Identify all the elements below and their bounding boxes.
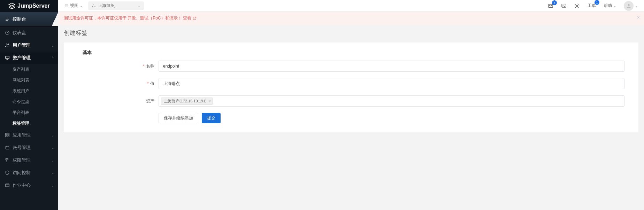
label-asset: 资产 [78, 98, 159, 104]
label-value: * 值 [78, 81, 159, 87]
chevron-down-icon: ⌄ [51, 158, 54, 162]
user-menu[interactable]: ⌄ [622, 0, 640, 12]
subnav-cmd-filter[interactable]: 命令过滤 [0, 96, 58, 107]
svg-rect-9 [6, 184, 9, 187]
svg-point-1 [6, 44, 8, 45]
nav-item-access[interactable]: 访问控制 ⌄ [0, 166, 58, 179]
topbar: 视图 ⌄ 上海组织 ⌄ 8 工单 1 帮助 ⌄ [58, 0, 644, 12]
logo-icon [8, 2, 15, 9]
subnav-asset-list[interactable]: 资产列表 [0, 64, 58, 75]
org-name: 上海组织 [98, 3, 115, 9]
nav-item-apps[interactable]: 应用管理 ⌄ [0, 129, 58, 141]
ticket-badge: 1 [595, 0, 599, 5]
nav-item-dashboard[interactable]: 仪表盘 [0, 26, 58, 39]
menu-icon [64, 4, 69, 8]
name-input[interactable] [159, 61, 624, 72]
page-title: 创建标签 [58, 25, 644, 41]
console-link[interactable]: 控制台 [0, 12, 58, 26]
mail-badge: 8 [552, 0, 557, 5]
section-title: 基本 [83, 49, 624, 56]
subnav-label: 系统用户 [13, 88, 29, 93]
svg-rect-8 [6, 146, 9, 149]
row-asset: 资产 上海资产(172.16.10.191) × [78, 95, 624, 107]
settings-button[interactable] [572, 2, 582, 10]
perm-icon [5, 158, 10, 163]
button-row: 保存并继续添加 提交 [159, 113, 624, 123]
sidebar: JumpServer 控制台 仪表盘 用户管理 ⌄ 资产管理 ⌃ 资产列表 网域… [0, 0, 58, 210]
jobs-icon [5, 183, 10, 188]
help-link[interactable]: 帮助 ⌄ [601, 1, 618, 10]
subnav-label: 命令过滤 [13, 99, 29, 104]
alert-close-button[interactable]: × [637, 15, 640, 20]
svg-rect-4 [6, 133, 7, 135]
chevron-down-icon: ⌄ [51, 171, 54, 175]
org-selector[interactable]: 上海组织 ⌄ [88, 1, 144, 10]
asset-tag-remove[interactable]: × [209, 99, 211, 103]
avatar [624, 1, 634, 11]
mail-button[interactable]: 8 [546, 2, 555, 10]
chevron-down-icon: ⌄ [80, 4, 83, 8]
dashboard-icon [5, 30, 10, 35]
subnav-system-users[interactable]: 系统用户 [0, 86, 58, 96]
asset-select[interactable]: 上海资产(172.16.10.191) × [159, 95, 624, 107]
terminal-icon [561, 3, 567, 9]
license-alert: 测试用途许可证，本许可证仅用于 开发、测试（PoC）和演示！ 查看 × [58, 12, 644, 25]
svg-rect-7 [8, 135, 9, 137]
nav-sub-assets: 资产列表 网域列表 系统用户 命令过滤 平台列表 标签管理 [0, 64, 58, 129]
subnav-label: 资产列表 [13, 67, 29, 72]
svg-point-13 [628, 4, 629, 6]
subnav-platform-list[interactable]: 平台列表 [0, 107, 58, 118]
nav-label: 作业中心 [13, 182, 31, 188]
alert-link[interactable]: 查看 [183, 15, 197, 21]
submit-button[interactable]: 提交 [202, 113, 221, 123]
nav-label: 资产管理 [13, 55, 31, 61]
svg-point-2 [8, 44, 9, 45]
console-icon [5, 17, 10, 22]
asset-tag: 上海资产(172.16.10.191) × [161, 98, 213, 105]
nav-item-perms[interactable]: 权限管理 ⌄ [0, 154, 58, 166]
org-icon [92, 4, 96, 8]
value-input[interactable] [159, 78, 624, 89]
subnav-domain-list[interactable]: 网域列表 [0, 75, 58, 86]
label-text: 资产 [146, 98, 154, 104]
svg-rect-11 [562, 4, 566, 7]
subnav-label: 平台列表 [13, 110, 29, 115]
alert-link-label: 查看 [183, 15, 191, 21]
svg-rect-6 [6, 135, 7, 137]
subnav-label: 网域列表 [13, 78, 29, 83]
nav-item-accounts[interactable]: 账号管理 ⌄ [0, 141, 58, 154]
web-terminal-button[interactable] [559, 2, 569, 10]
nav-item-jobs[interactable]: 作业中心 ⌄ [0, 179, 58, 192]
help-label: 帮助 [604, 3, 612, 9]
nav-label: 应用管理 [13, 132, 31, 138]
nav-label: 权限管理 [13, 157, 31, 163]
ticket-link[interactable]: 工单 1 [585, 1, 598, 10]
chevron-up-icon: ⌃ [51, 56, 54, 60]
chevron-down-icon: ⌄ [51, 44, 54, 47]
subnav-tag-mgmt[interactable]: 标签管理 [0, 118, 58, 129]
chevron-down-icon: ⌄ [51, 184, 54, 187]
nav-item-assets[interactable]: 资产管理 ⌃ [0, 52, 58, 64]
assets-icon [5, 55, 10, 60]
chevron-down-icon: ⌄ [635, 4, 638, 8]
view-label: 视图 [70, 3, 78, 9]
svg-rect-5 [8, 133, 9, 135]
label-name: * 名称 [78, 63, 159, 69]
save-continue-button[interactable]: 保存并继续添加 [159, 113, 198, 123]
external-link-icon [193, 16, 197, 20]
svg-point-12 [576, 5, 578, 7]
nav-item-users[interactable]: 用户管理 ⌄ [0, 39, 58, 52]
label-text: 值 [150, 81, 154, 87]
main: 视图 ⌄ 上海组织 ⌄ 8 工单 1 帮助 ⌄ [58, 0, 644, 210]
chevron-down-icon: ⌄ [138, 4, 140, 8]
access-icon [5, 170, 10, 175]
view-selector[interactable]: 视图 ⌄ [62, 1, 85, 10]
chevron-down-icon: ⌄ [51, 133, 54, 137]
label-text: 名称 [146, 63, 154, 69]
brand-logo[interactable]: JumpServer [0, 0, 58, 12]
users-icon [5, 43, 10, 48]
svg-rect-3 [6, 56, 9, 59]
subnav-label: 标签管理 [13, 121, 29, 126]
asset-tag-label: 上海资产(172.16.10.191) [164, 99, 207, 104]
apps-icon [5, 133, 10, 138]
